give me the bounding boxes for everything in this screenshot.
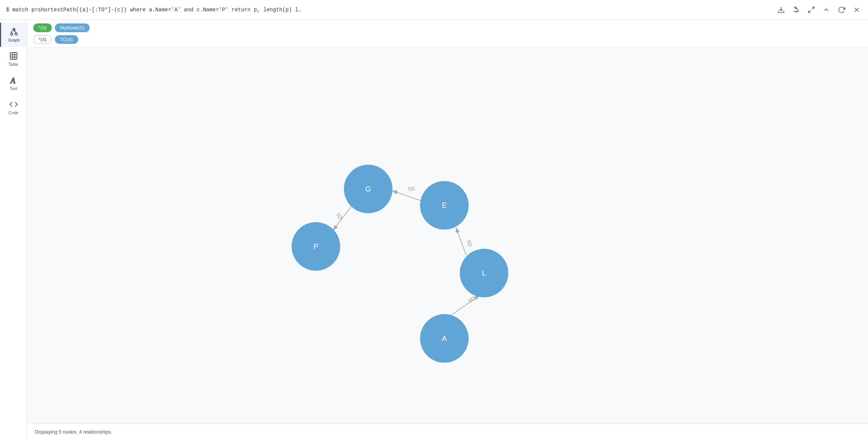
edge-label-e-g: TO: [407, 186, 415, 192]
status-bar: Displaying 5 nodes, 4 relationships.: [27, 423, 868, 440]
edge-label-l-e: TO: [465, 239, 473, 248]
main-layout: Graph Table A Text Code: [0, 20, 868, 440]
filter-row-2: *(4) TO(4): [33, 35, 862, 44]
svg-point-7: [15, 33, 17, 35]
filter-row-1: *(5) MyNode(5): [33, 23, 862, 32]
node-e-label: E: [442, 201, 447, 209]
node-g-label: G: [365, 185, 371, 193]
all-nodes-badge[interactable]: *(5): [33, 23, 52, 32]
svg-point-6: [11, 33, 13, 35]
mynode-badge[interactable]: MyNode(5): [55, 23, 90, 32]
graph-area[interactable]: TO TO TO TO G E P: [27, 48, 868, 423]
status-text: Displaying 5 nodes, 4 relationships.: [35, 429, 112, 435]
query-text: $ match p=shortestPath((a)-[:TO*]-(c)) w…: [6, 7, 776, 13]
download-button[interactable]: [776, 5, 786, 15]
content: *(5) MyNode(5) *(4) TO(4) TO: [27, 20, 868, 440]
node-l-label: L: [482, 269, 486, 277]
edge-label-g-p: TO: [335, 212, 343, 221]
filter-bar: *(5) MyNode(5) *(4) TO(4): [27, 20, 868, 48]
top-bar-actions: [776, 5, 862, 15]
up-button[interactable]: [821, 5, 832, 15]
fullscreen-button[interactable]: [806, 5, 817, 15]
pin-button[interactable]: [791, 5, 801, 15]
sidebar: Graph Table A Text Code: [0, 20, 27, 440]
text-icon: A: [9, 76, 18, 85]
refresh-button[interactable]: [836, 5, 847, 15]
svg-point-8: [13, 28, 15, 31]
node-p-label: P: [313, 242, 318, 251]
all-rels-badge[interactable]: *(4): [33, 35, 52, 44]
svg-line-3: [809, 10, 811, 12]
svg-line-11: [14, 31, 16, 33]
svg-line-10: [11, 31, 12, 33]
svg-line-2: [812, 7, 814, 9]
sidebar-item-code[interactable]: Code: [0, 95, 27, 119]
code-icon: [9, 100, 18, 109]
edge-l-e: [456, 228, 466, 255]
sidebar-item-graph[interactable]: Graph: [0, 23, 27, 47]
sidebar-item-table[interactable]: Table: [0, 47, 27, 71]
close-button[interactable]: [851, 5, 862, 15]
top-bar: $ match p=shortestPath((a)-[:TO*]-(c)) w…: [0, 0, 868, 20]
table-icon: [9, 51, 18, 60]
to-rels-badge[interactable]: TO(4): [55, 35, 78, 44]
sidebar-label-text: Text: [9, 86, 17, 91]
svg-text:A: A: [10, 76, 16, 85]
sidebar-label-table: Table: [8, 62, 18, 67]
svg-rect-12: [10, 53, 17, 59]
sidebar-item-text[interactable]: A Text: [0, 71, 27, 95]
edge-e-g: [392, 191, 421, 201]
sidebar-label-graph: Graph: [8, 38, 20, 42]
sidebar-label-code: Code: [8, 110, 18, 115]
graph-svg: TO TO TO TO G E P: [27, 48, 868, 423]
edge-a-l: [451, 296, 479, 315]
node-a-label: A: [442, 334, 447, 342]
graph-icon: [9, 27, 19, 36]
